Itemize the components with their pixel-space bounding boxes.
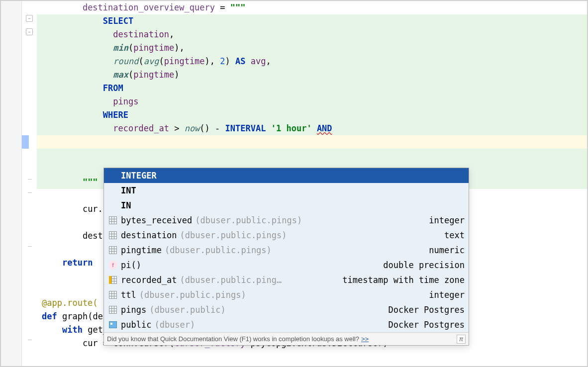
code-line: pings: [37, 95, 587, 108]
completion-item-name: INT: [121, 185, 136, 195]
completion-item-type: integer: [429, 215, 465, 225]
completion-item-hint: (dbuser.public.pings): [165, 245, 272, 255]
completion-item-name: pings: [121, 305, 146, 315]
code-line: [37, 149, 587, 162]
code-line: min(pingtime),: [37, 41, 587, 55]
completion-item-type: Docker Postgres: [388, 320, 465, 330]
sql-keyword: SELECT: [103, 16, 133, 26]
completion-item-type: integer: [429, 290, 465, 300]
sql-func: min: [113, 43, 128, 53]
completion-item-hint: (dbuser.public.pings): [195, 215, 302, 225]
caret-line-indicator: [22, 135, 29, 149]
completion-item-hint: (dbuser.public): [149, 305, 226, 315]
completion-item[interactable]: destination (dbuser.public.pings)text: [104, 228, 469, 243]
string-delim: """: [230, 2, 246, 12]
editor-gutter: [1, 1, 22, 366]
fold-marker-icon[interactable]: −: [26, 28, 33, 35]
completion-item[interactable]: public (dbuser)Docker Postgres: [104, 317, 469, 332]
py-keyword: return: [62, 258, 93, 268]
py-keyword: def: [42, 311, 57, 321]
completion-item-type: numeric: [429, 245, 465, 255]
footer-hint-text: Did you know that Quick Documentation Vi…: [107, 335, 359, 343]
fold-marker-icon[interactable]: [28, 340, 32, 340]
completion-item[interactable]: INTEGER: [104, 168, 469, 183]
completion-item[interactable]: ttl (dbuser.public.pings)integer: [104, 287, 469, 302]
completion-item-hint: (dbuser.public.pings): [180, 230, 287, 240]
footer-more-link[interactable]: >>: [361, 335, 369, 343]
table-highlight-icon: [108, 275, 118, 285]
completion-item-type: Docker Postgres: [388, 305, 465, 315]
sql-func: round: [113, 56, 138, 66]
code-line: FROM: [37, 82, 587, 95]
code-line: recorded_at > now() - INTERVAL '1 hour' …: [37, 122, 587, 135]
fold-marker-icon[interactable]: [28, 246, 32, 247]
code-line: destination,: [37, 28, 587, 41]
completion-item-name: INTEGER: [121, 171, 157, 181]
pi-icon[interactable]: π: [457, 335, 466, 344]
editor-gutter-fold: [22, 1, 37, 366]
fold-marker-icon[interactable]: [28, 179, 32, 180]
completion-item[interactable]: INT: [104, 183, 469, 198]
completion-item[interactable]: pingtime (dbuser.public.pings)numeric: [104, 243, 469, 258]
completion-item-hint: (dbuser.public.ping…: [180, 275, 282, 285]
string-delim: """: [83, 177, 98, 187]
code-line-current: [37, 135, 587, 149]
sql-column: destination: [113, 29, 169, 39]
table-icon: [108, 245, 118, 255]
completion-item-name: pingtime: [121, 245, 162, 255]
table-icon: [108, 305, 118, 315]
blank-icon: [108, 185, 118, 195]
py-decorator: @app.route(: [42, 298, 98, 308]
code-line: WHERE: [37, 108, 587, 122]
table-icon: [108, 215, 118, 225]
completion-popup[interactable]: INTEGERINTINbytes_received (dbuser.publi…: [103, 168, 469, 346]
completion-item-name: pi(): [121, 260, 141, 270]
fold-marker-icon[interactable]: −: [26, 15, 33, 22]
completion-item[interactable]: IN: [104, 198, 469, 213]
sql-keyword: FROM: [103, 83, 123, 93]
completion-item-type: text: [444, 230, 465, 240]
completion-item-type: double precision: [383, 260, 465, 270]
completion-item-name: public: [121, 320, 151, 330]
code-line: SELECT: [37, 14, 587, 28]
sql-keyword-error: AND: [317, 123, 332, 133]
completion-item[interactable]: recorded_at (dbuser.public.ping…timestam…: [104, 273, 469, 287]
completion-item[interactable]: bytes_received (dbuser.public.pings)inte…: [104, 213, 469, 228]
table-icon: [108, 230, 118, 240]
blank-icon: [108, 200, 118, 210]
completion-item-name: IN: [121, 200, 131, 210]
completion-list[interactable]: INTEGERINTINbytes_received (dbuser.publi…: [104, 168, 469, 332]
function-icon: f: [108, 260, 118, 270]
schema-icon: [108, 320, 118, 330]
sql-column: recorded_at: [113, 123, 169, 133]
completion-item-name: ttl: [121, 290, 136, 300]
sql-func: max: [113, 70, 128, 80]
code-line: round(avg(pingtime), 2) AS avg,: [37, 55, 587, 68]
completion-item-name: recorded_at: [121, 275, 177, 285]
completion-item[interactable]: fpi()double precision: [104, 258, 469, 273]
code-line: destination_overview_query = """: [37, 1, 587, 14]
completion-item[interactable]: pings (dbuser.public)Docker Postgres: [104, 302, 469, 317]
completion-item-hint: (dbuser): [154, 320, 195, 330]
completion-item-type: timestamp with time zone: [342, 275, 465, 285]
blank-icon: [108, 171, 118, 181]
completion-item-hint: (dbuser.public.pings): [139, 290, 246, 300]
table-icon: [108, 290, 118, 300]
fold-marker-icon[interactable]: [28, 192, 32, 193]
sql-table: pings: [113, 96, 138, 106]
completion-item-name: bytes_received: [121, 215, 192, 225]
code-line: max(pingtime): [37, 68, 587, 82]
completion-item-name: destination: [121, 230, 177, 240]
completion-footer: Did you know that Quick Documentation Vi…: [104, 332, 469, 345]
sql-keyword: WHERE: [103, 110, 128, 120]
variable-name: destination_overview_query: [83, 2, 215, 12]
